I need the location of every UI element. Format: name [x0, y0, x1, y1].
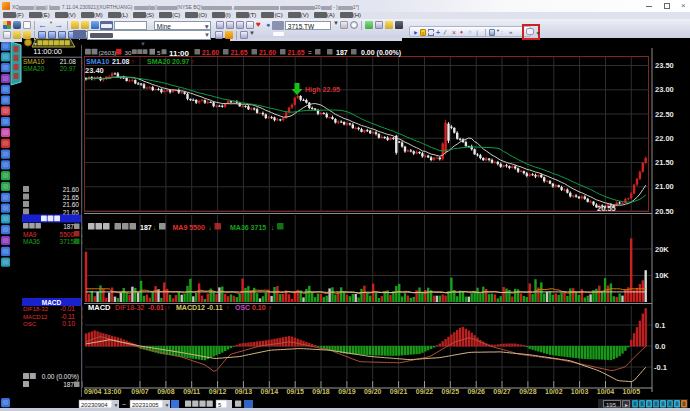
svg-text:09/20: 09/20 — [364, 388, 382, 395]
svg-text:SMA20: SMA20 — [23, 65, 45, 72]
svg-text:09/13: 09/13 — [235, 388, 253, 395]
svg-text:0.10: 0.10 — [252, 304, 266, 311]
svg-text:DIF18-32: DIF18-32 — [115, 304, 144, 311]
svg-text:09/12: 09/12 — [209, 388, 227, 395]
svg-text:↑: ↑ — [81, 314, 84, 320]
svg-text:↑: ↑ — [226, 304, 229, 311]
svg-text:▼: ▼ — [165, 402, 170, 408]
svg-text:09/22: 09/22 — [416, 388, 434, 395]
svg-text:►: ► — [624, 402, 629, 408]
svg-text:22.00: 22.00 — [655, 134, 674, 143]
svg-text:MACD: MACD — [42, 299, 62, 306]
svg-text:OSC: OSC — [23, 321, 37, 327]
svg-text:09/14: 09/14 — [261, 388, 279, 395]
svg-text:09/27: 09/27 — [493, 388, 511, 395]
svg-text:09/18: 09/18 — [312, 388, 330, 395]
svg-text:↑: ↑ — [81, 321, 84, 327]
svg-text:21.00: 21.00 — [655, 182, 674, 191]
svg-text:23.50: 23.50 — [655, 61, 674, 70]
svg-text:11:00:00: 11:00:00 — [33, 47, 62, 56]
svg-text:-0.01: -0.01 — [60, 305, 75, 312]
svg-text:09/15: 09/15 — [286, 388, 304, 395]
svg-text:0.00 (0.00%): 0.00 (0.00%) — [42, 373, 79, 381]
svg-text:09/11: 09/11 — [183, 388, 200, 395]
svg-text:MA36 3715: MA36 3715 — [230, 224, 266, 231]
svg-text:OSC: OSC — [235, 304, 250, 311]
svg-text:=: = — [308, 49, 312, 56]
svg-text:10K: 10K — [655, 271, 669, 280]
svg-text:21.65: 21.65 — [288, 49, 305, 56]
svg-text:20230904: 20230904 — [81, 402, 108, 408]
svg-text:0.1: 0.1 — [655, 321, 665, 330]
svg-text:↓: ↓ — [81, 224, 84, 230]
svg-text:-0.1: -0.1 — [654, 363, 667, 372]
svg-text:23.00: 23.00 — [655, 85, 674, 94]
svg-text:High 22.95: High 22.95 — [305, 86, 340, 94]
svg-text:MACD12: MACD12 — [176, 304, 205, 311]
svg-text:5500: 5500 — [60, 231, 75, 238]
svg-text:MACD: MACD — [88, 303, 111, 312]
svg-text:20.97: 20.97 — [172, 58, 190, 65]
svg-text:21.65: 21.65 — [63, 209, 80, 216]
svg-text:187: 187 — [63, 223, 74, 230]
svg-text:22.50: 22.50 — [655, 110, 674, 119]
svg-text:21.50: 21.50 — [655, 158, 674, 167]
svg-text:~: ~ — [122, 401, 126, 408]
svg-text:20231005: 20231005 — [132, 402, 159, 408]
svg-text:↓: ↓ — [271, 224, 274, 231]
svg-text:MA9 5500: MA9 5500 — [173, 224, 205, 231]
svg-text:21.65: 21.65 — [63, 194, 80, 201]
svg-text:21.60: 21.60 — [202, 49, 219, 56]
svg-text:21.60: 21.60 — [63, 201, 80, 208]
svg-text:20.50: 20.50 — [655, 207, 674, 216]
svg-text:↓: ↓ — [209, 224, 212, 231]
svg-text:187: 187 — [140, 224, 152, 231]
svg-text:SMA10: SMA10 — [86, 58, 109, 65]
svg-text:3715: 3715 — [60, 238, 75, 245]
svg-text:09/25: 09/25 — [442, 388, 460, 395]
svg-text:MA9: MA9 — [23, 231, 37, 238]
svg-text:21.65: 21.65 — [231, 49, 248, 56]
svg-text:(2603): (2603) — [99, 49, 117, 56]
svg-text:21.60: 21.60 — [63, 186, 80, 193]
svg-text:↓: ↓ — [153, 224, 156, 231]
svg-text:21.60: 21.60 — [259, 49, 276, 56]
svg-text:▼: ▼ — [114, 402, 119, 408]
svg-text:09/07: 09/07 — [131, 388, 149, 395]
svg-text:30: 30 — [125, 49, 132, 56]
svg-text:↓: ↓ — [81, 239, 84, 245]
svg-text:21.08: 21.08 — [112, 58, 130, 65]
svg-text:MA36: MA36 — [23, 238, 40, 245]
svg-text:187: 187 — [336, 49, 348, 56]
svg-text:09/08: 09/08 — [157, 388, 175, 395]
svg-text:↑: ↑ — [269, 304, 272, 311]
svg-text:09/19: 09/19 — [338, 388, 356, 395]
svg-text:↑: ↑ — [131, 58, 135, 65]
svg-text:-0.11: -0.11 — [207, 304, 223, 311]
svg-text:0.00 (0.00%): 0.00 (0.00%) — [361, 49, 401, 57]
svg-text:MACD12: MACD12 — [23, 314, 48, 320]
svg-text:-0.01: -0.01 — [148, 304, 164, 311]
svg-text:09/28: 09/28 — [519, 388, 537, 395]
svg-text:↑: ↑ — [167, 304, 170, 311]
svg-text:↑: ↑ — [81, 306, 84, 312]
svg-text:10/04: 10/04 — [597, 388, 615, 395]
svg-text:187: 187 — [63, 381, 74, 388]
svg-text:09/26: 09/26 — [467, 388, 485, 395]
svg-text:10/05: 10/05 — [623, 388, 641, 395]
svg-text:09/21: 09/21 — [390, 388, 408, 395]
svg-text:↑: ↑ — [191, 58, 195, 65]
svg-text:195: 195 — [606, 402, 617, 408]
svg-text:20.55: 20.55 — [597, 204, 616, 213]
svg-text:0.10: 0.10 — [62, 320, 75, 327]
svg-text:11:00: 11:00 — [169, 49, 190, 58]
svg-text:↓: ↓ — [80, 66, 83, 72]
svg-text:↓: ↓ — [81, 232, 84, 238]
svg-text:20K: 20K — [655, 245, 669, 254]
svg-text:5: 5 — [157, 49, 161, 56]
svg-text:10/03: 10/03 — [571, 388, 589, 395]
svg-text:10/02: 10/02 — [545, 388, 563, 395]
svg-text:DIF18-32: DIF18-32 — [23, 306, 49, 312]
svg-text:23.40: 23.40 — [85, 66, 104, 75]
svg-text:SMA20: SMA20 — [147, 58, 170, 65]
